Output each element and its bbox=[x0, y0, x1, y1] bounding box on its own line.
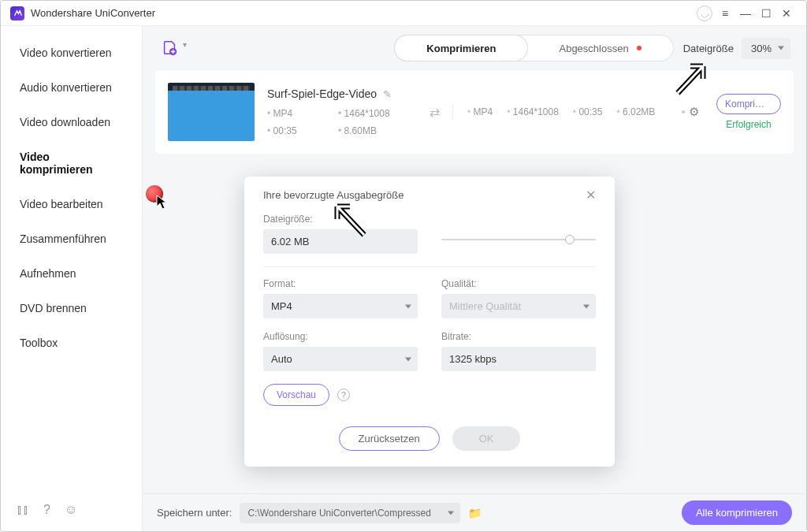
file-input-specs: MP4 1464*1008 00:35 8.60MB bbox=[267, 108, 417, 136]
file-item-row: Surf-Spiel-Edge-Video ✎ MP4 1464*1008 00… bbox=[155, 70, 794, 154]
sidebar-item-merge[interactable]: Zusammenführen bbox=[1, 221, 142, 256]
maximize-button[interactable]: ☐ bbox=[756, 3, 776, 24]
sidebar-footer: ⫿⫿ ? ☺ bbox=[1, 493, 142, 531]
dlg-size-slider[interactable] bbox=[441, 239, 596, 240]
save-path-select[interactable]: C:\Wondershare UniConverter\Compressed bbox=[240, 503, 460, 523]
menu-icon[interactable]: ≡ bbox=[715, 3, 735, 24]
sidebar-item-audio-convert[interactable]: Audio konvertieren bbox=[1, 70, 142, 105]
out-size: 6.02MB bbox=[616, 106, 655, 117]
convert-arrow-icon: ⇄ bbox=[430, 105, 440, 120]
footer-bar: Speichern unter: C:\Wondershare UniConve… bbox=[143, 493, 806, 531]
save-path-label: Speichern unter: bbox=[157, 507, 232, 519]
minimize-button[interactable]: — bbox=[735, 3, 756, 24]
filesize-select[interactable]: 30% bbox=[742, 38, 790, 59]
feedback-icon[interactable]: ☺ bbox=[65, 503, 77, 517]
dlg-bitrate-label: Bitrate: bbox=[441, 331, 596, 342]
dlg-format-label: Format: bbox=[263, 278, 418, 289]
edit-title-icon[interactable]: ✎ bbox=[383, 88, 392, 100]
dlg-format-select[interactable]: MP4 bbox=[263, 294, 418, 318]
out-format: MP4 bbox=[467, 106, 493, 117]
sidebar-item-toolbox[interactable]: Toolbox bbox=[1, 326, 142, 360]
guide-icon[interactable]: ⫿⫿ bbox=[17, 503, 29, 517]
open-folder-icon[interactable]: 📁 bbox=[468, 507, 482, 519]
sidebar-item-video-edit[interactable]: Video bearbeiten bbox=[1, 187, 142, 221]
add-file-button[interactable]: ▾ bbox=[158, 37, 180, 59]
tab-completed[interactable]: Abgeschlossen bbox=[527, 35, 672, 61]
sidebar: Video konvertieren Audio konvertieren Vi… bbox=[1, 26, 143, 531]
file-title: Surf-Spiel-Edge-Video ✎ bbox=[267, 87, 417, 100]
annotation-cursor-icon bbox=[156, 195, 169, 214]
dialog-divider bbox=[263, 266, 596, 267]
file-actions: Komprimier... Erfolgreich bbox=[716, 94, 781, 130]
sidebar-item-record[interactable]: Aufnehmen bbox=[1, 256, 142, 291]
status-success: Erfolgreich bbox=[726, 119, 771, 130]
dlg-resolution-label: Auflösung: bbox=[263, 331, 418, 342]
output-size-dialog: Ihre bevorzugte Ausgabegröße ✕ Dateigröß… bbox=[244, 177, 615, 467]
compress-button[interactable]: Komprimier... bbox=[716, 94, 781, 114]
sidebar-item-video-download[interactable]: Video downloaden bbox=[1, 105, 142, 140]
app-logo-icon bbox=[10, 6, 24, 20]
file-input-info: Surf-Spiel-Edge-Video ✎ MP4 1464*1008 00… bbox=[267, 87, 417, 136]
in-format: MP4 bbox=[267, 108, 324, 119]
filesize-label: Dateigröße bbox=[683, 43, 734, 54]
ok-button[interactable]: OK bbox=[452, 426, 521, 451]
in-resolution: 1464*1008 bbox=[338, 108, 417, 119]
notification-dot-icon bbox=[637, 46, 642, 50]
compress-all-button[interactable]: Alle komprimieren bbox=[682, 500, 792, 525]
dlg-filesize-label: Dateigröße: bbox=[263, 214, 418, 225]
reset-button[interactable]: Zurücksetzen bbox=[339, 426, 440, 451]
dlg-bitrate-input[interactable]: 1325 kbps bbox=[441, 347, 596, 371]
sidebar-item-video-compress[interactable]: Video komprimieren bbox=[1, 140, 142, 187]
video-thumbnail[interactable] bbox=[168, 83, 255, 141]
sidebar-item-video-convert[interactable]: Video konvertieren bbox=[1, 35, 142, 70]
toolbar-right: Dateigröße 30% bbox=[683, 38, 790, 59]
out-duration: 00:35 bbox=[573, 106, 603, 117]
close-button[interactable]: ✕ bbox=[776, 3, 797, 24]
sidebar-item-dvd-burn[interactable]: DVD brennen bbox=[1, 291, 142, 326]
dlg-resolution-select[interactable]: Auto bbox=[263, 347, 418, 371]
dlg-quality-label: Qualität: bbox=[441, 278, 596, 289]
dialog-close-icon[interactable]: ✕ bbox=[586, 188, 596, 203]
preview-button[interactable]: Vorschau bbox=[263, 384, 329, 406]
file-title-text: Surf-Spiel-Edge-Video bbox=[267, 87, 377, 100]
settings-gear-icon[interactable]: ⚙ bbox=[677, 105, 704, 119]
tab-completed-label: Abgeschlossen bbox=[559, 43, 628, 54]
account-icon[interactable]: ◡ bbox=[694, 3, 715, 24]
status-tabs: Komprimieren Abgeschlossen bbox=[394, 35, 673, 61]
tab-compressing[interactable]: Komprimieren bbox=[395, 35, 527, 61]
help-icon[interactable]: ? bbox=[43, 503, 50, 517]
app-title: Wondershare UniConverter bbox=[31, 7, 694, 19]
dlg-filesize-input[interactable]: 6.02 MB bbox=[263, 229, 418, 254]
dialog-header: Ihre bevorzugte Ausgabegröße ✕ bbox=[263, 188, 596, 203]
toolbar: ▾ Komprimieren Abgeschlossen Dateigröße … bbox=[143, 26, 806, 70]
dlg-size-slider-wrap bbox=[441, 214, 596, 254]
preview-help-icon[interactable]: ? bbox=[337, 389, 350, 401]
titlebar: Wondershare UniConverter ◡ ≡ — ☐ ✕ bbox=[1, 1, 806, 26]
in-size: 8.60MB bbox=[338, 125, 417, 136]
dialog-title: Ihre bevorzugte Ausgabegröße bbox=[263, 189, 586, 201]
in-duration: 00:35 bbox=[267, 125, 324, 136]
dlg-quality-select[interactable]: Mittlere Qualität bbox=[441, 294, 596, 318]
slider-thumb-icon[interactable] bbox=[565, 235, 575, 244]
out-resolution: 1464*1008 bbox=[507, 106, 559, 117]
file-output-specs: MP4 1464*1008 00:35 6.02MB ⚙ bbox=[452, 105, 704, 119]
